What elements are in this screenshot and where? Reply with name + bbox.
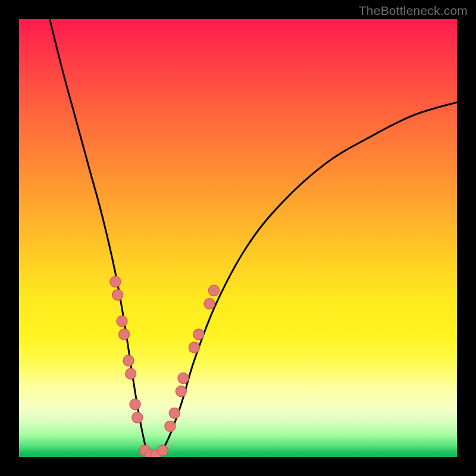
chart-frame: TheBottleneck.com <box>0 0 476 476</box>
data-point <box>178 373 189 384</box>
data-point <box>130 399 140 410</box>
chart-svg <box>19 19 457 457</box>
data-point <box>204 298 215 309</box>
data-point <box>209 285 220 296</box>
data-point <box>117 316 127 327</box>
data-point <box>165 421 176 431</box>
data-point <box>176 386 186 397</box>
data-point <box>193 329 204 340</box>
data-point <box>110 277 121 287</box>
data-point <box>126 368 136 379</box>
plot-area <box>19 19 457 457</box>
data-point <box>189 342 199 353</box>
data-point <box>119 329 130 340</box>
data-point <box>169 408 180 418</box>
data-point <box>132 412 143 423</box>
watermark-text: TheBottleneck.com <box>359 4 468 18</box>
data-points-group <box>110 277 220 457</box>
data-point <box>112 290 123 300</box>
bottleneck-curve <box>50 19 457 457</box>
data-point <box>123 355 134 366</box>
data-point <box>157 445 168 456</box>
